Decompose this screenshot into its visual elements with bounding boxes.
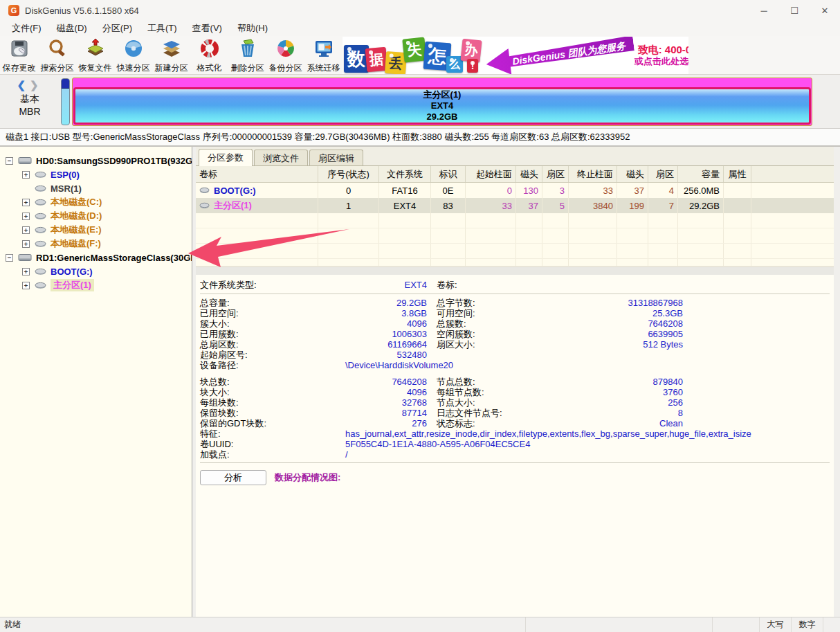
close-button[interactable]: ✕ xyxy=(810,0,840,21)
backup-partition-button[interactable]: 备份分区 xyxy=(266,36,304,74)
detail-value: 6639905 xyxy=(553,329,683,339)
new-partition-button[interactable]: 新建分区 xyxy=(152,36,190,74)
selected-partition-block[interactable]: 主分区(1) EXT4 29.2GB xyxy=(73,87,811,125)
tree-item-local-c[interactable]: + 本地磁盘(C:) xyxy=(0,195,192,209)
col-capacity[interactable]: 容量 xyxy=(678,166,724,182)
cell-id: 0E xyxy=(431,183,466,198)
table-row[interactable]: BOOT(G:) 0 FAT16 0E 0 130 3 33 37 4 256.… xyxy=(196,183,834,198)
menu-partition[interactable]: 分区(P) xyxy=(95,21,140,36)
cell-start-sec: 5 xyxy=(542,198,569,213)
tab-partition-params[interactable]: 分区参数 xyxy=(199,149,253,166)
tree-item-esp[interactable]: + ESP(0) xyxy=(0,168,192,181)
promo-banner: 数 据 丢 失 怎 么 办 ! DiskGenius 团队为您服务 致电: 40… xyxy=(343,37,688,74)
tree-item-msr[interactable]: + MSR(1) xyxy=(0,181,192,195)
tree-item-label: BOOT(G:) xyxy=(51,267,93,277)
tree-item-label: MSR(1) xyxy=(51,183,82,194)
next-disk-arrow[interactable]: ❯ xyxy=(30,79,43,91)
cell-end-cyl: 3840 xyxy=(569,198,617,213)
col-end-head[interactable]: 磁头 xyxy=(617,166,648,182)
detail-label: 日志文件节点号: xyxy=(437,408,553,418)
delete-partition-button[interactable]: 删除分区 xyxy=(228,36,266,74)
tree-item-label: 本地磁盘(F:) xyxy=(51,237,101,250)
detail-value: 879840 xyxy=(553,377,683,387)
menu-view[interactable]: 查看(V) xyxy=(185,21,230,36)
resize-grip[interactable] xyxy=(823,617,840,632)
table-row-selected[interactable]: 主分区(1) 1 EXT4 83 33 37 5 3840 199 7 29.2… xyxy=(196,198,834,213)
tree-item-label: ESP(0) xyxy=(51,170,80,180)
expand-icon[interactable]: + xyxy=(22,213,30,220)
tree-item-local-e[interactable]: + 本地磁盘(E:) xyxy=(0,223,192,237)
col-volume-label[interactable]: 卷标 xyxy=(196,166,318,182)
quick-partition-button[interactable]: 快速分区 xyxy=(114,36,152,74)
expand-icon[interactable]: + xyxy=(22,171,30,179)
tab-browse-files[interactable]: 浏览文件 xyxy=(254,150,308,165)
analyze-button[interactable]: 分析 xyxy=(200,470,266,485)
detail-label: 状态标志: xyxy=(437,418,553,428)
prev-disk-arrow[interactable]: ❮ xyxy=(17,79,30,91)
status-ready: 就绪 xyxy=(0,617,526,632)
col-id[interactable]: 标识 xyxy=(431,166,466,182)
banner-tile: ! xyxy=(467,59,478,73)
detail-label: 可用空间: xyxy=(437,308,553,318)
minimize-button[interactable]: ─ xyxy=(749,0,779,21)
col-attributes[interactable]: 属性 xyxy=(724,166,751,182)
expand-icon[interactable]: + xyxy=(22,282,30,289)
collapse-icon[interactable]: − xyxy=(6,157,13,165)
col-filesystem[interactable]: 文件系统 xyxy=(379,166,431,182)
expand-icon[interactable]: + xyxy=(22,240,30,248)
format-button[interactable]: 格式化 xyxy=(190,36,228,74)
detail-label: 每组节点数: xyxy=(437,387,553,397)
col-start-head[interactable]: 磁头 xyxy=(516,166,542,182)
detail-value: 25.3GB xyxy=(553,308,683,318)
col-end-cylinder[interactable]: 终止柱面 xyxy=(569,166,617,182)
backup-partition-icon xyxy=(275,38,296,62)
partition-icon xyxy=(35,268,46,276)
boot-partition-bar[interactable] xyxy=(61,78,70,125)
detail-label: 保留块数: xyxy=(200,408,338,418)
menu-disk[interactable]: 磁盘(D) xyxy=(49,21,95,36)
menu-file[interactable]: 文件(F) xyxy=(4,21,49,36)
tree-item-boot-g[interactable]: + BOOT(G:) xyxy=(0,264,192,278)
detail-value: Clean xyxy=(553,418,683,428)
disk-icon xyxy=(18,253,32,262)
detail-value: 4096 xyxy=(338,387,427,397)
expand-icon[interactable]: + xyxy=(22,199,30,206)
table-row-empty xyxy=(196,244,834,259)
col-end-sector[interactable]: 扇区 xyxy=(648,166,678,182)
table-row-empty xyxy=(196,213,834,228)
delete-partition-icon xyxy=(237,38,258,62)
save-changes-button[interactable]: 保存更改 xyxy=(0,36,38,74)
recover-files-button[interactable]: 恢复文件 xyxy=(76,36,114,74)
detail-value: EXT4 xyxy=(338,279,427,291)
tree-item-main-partition[interactable]: + 主分区(1) xyxy=(0,278,192,292)
partition-icon xyxy=(35,199,46,206)
format-icon xyxy=(199,38,220,62)
tree-item-local-f[interactable]: + 本地磁盘(F:) xyxy=(0,237,192,251)
tree-item-label: 本地磁盘(C:) xyxy=(51,196,102,208)
table-row-empty xyxy=(196,228,834,244)
menu-help[interactable]: 帮助(H) xyxy=(230,21,275,36)
table-footer-strip xyxy=(196,267,834,275)
system-migration-button[interactable]: 系统迁移 xyxy=(304,36,343,74)
search-icon xyxy=(47,38,68,62)
col-start-sector[interactable]: 扇区 xyxy=(542,166,569,182)
cell-end-sec: 7 xyxy=(648,198,678,213)
menu-tools[interactable]: 工具(T) xyxy=(140,21,185,36)
maximize-button[interactable]: ☐ xyxy=(779,0,810,21)
tree-item-rd1[interactable]: − RD1:GenericMassStorageClass(30GB) xyxy=(0,251,192,264)
cell-end-head: 199 xyxy=(617,198,648,213)
search-partition-button[interactable]: 搜索分区 xyxy=(38,36,76,74)
tree-item-local-d[interactable]: + 本地磁盘(D:) xyxy=(0,209,192,223)
collapse-icon[interactable]: − xyxy=(6,254,13,262)
tree-item-hd0[interactable]: − HD0:SamsungSSD990PRO1TB(932GB) xyxy=(0,154,192,168)
toolbar-label: 快速分区 xyxy=(117,62,150,74)
new-partition-icon xyxy=(161,38,182,62)
partition-icon xyxy=(35,171,46,179)
expand-icon[interactable]: + xyxy=(22,268,30,276)
banner-qq-link[interactable]: 或点击此处选择QQ咨询 xyxy=(634,55,688,67)
expand-icon[interactable]: + xyxy=(22,226,30,234)
banner-arrow: DiskGenius 团队为您服务 xyxy=(484,37,635,74)
col-start-cylinder[interactable]: 起始柱面 xyxy=(466,166,516,182)
col-seq-status[interactable]: 序号(状态) xyxy=(318,166,379,182)
tab-sector-edit[interactable]: 扇区编辑 xyxy=(309,150,363,165)
